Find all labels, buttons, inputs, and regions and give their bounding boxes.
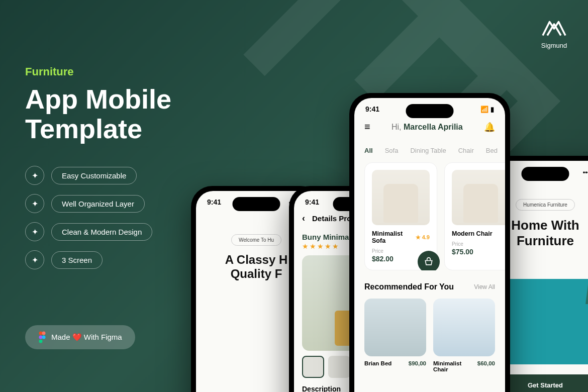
back-icon[interactable]: ‹ <box>302 213 305 224</box>
figma-badge: Made ❤️ With Figma <box>25 325 135 349</box>
svg-point-1 <box>42 332 46 335</box>
brand-pill: Humenica Furniture <box>516 199 575 211</box>
hero-title: App Mobile Template <box>25 84 171 144</box>
svg-point-4 <box>39 340 43 343</box>
rec-name: Brian Bed <box>364 360 391 366</box>
tab-sofa[interactable]: Sofa <box>385 147 399 154</box>
feature-item: ✦ Well Organized Layer <box>25 194 152 213</box>
product-name: Modern Chair <box>452 230 493 237</box>
add-to-cart-button[interactable] <box>418 251 440 270</box>
sparkle-icon: ✦ <box>25 194 44 213</box>
brand-name: Sigmund <box>540 42 568 49</box>
product-card[interactable]: Modern Chair Price $75.00 <box>444 162 505 270</box>
rec-name: Minimalist Chair <box>433 360 477 372</box>
phone-mockup-home: 9:41 📶 ▮ ≡ Hi, Marcella Aprilia 🔔 All So… <box>349 93 510 392</box>
thumbnail[interactable] <box>302 356 324 378</box>
details-title: Details Pro <box>312 214 351 223</box>
feature-label: Easy Customizable <box>51 167 137 184</box>
feature-label: Clean & Modern Design <box>51 223 152 241</box>
product-image <box>452 170 505 225</box>
menu-icon[interactable]: ≡ <box>364 121 370 133</box>
sparkle-icon: ✦ <box>25 250 44 269</box>
welcome-pill: Welcome To Hu <box>231 234 281 246</box>
tab-dining[interactable]: Dining Table <box>410 147 446 154</box>
basket-icon <box>424 257 434 267</box>
figma-icon <box>38 331 46 343</box>
svg-point-0 <box>39 332 43 335</box>
hero-text: Furniture App Mobile Template <box>25 65 171 144</box>
figma-badge-text: Made ❤️ With Figma <box>51 333 122 342</box>
bell-icon[interactable]: 🔔 <box>484 122 495 133</box>
svg-point-3 <box>42 336 46 339</box>
sparkle-icon: ✦ <box>25 222 44 241</box>
rec-price: $90,00 <box>409 360 426 366</box>
sparkle-icon: ✦ <box>25 166 44 185</box>
product-card[interactable]: Minimalist Sofa ★ 4.9 Price $82.00 <box>364 162 437 270</box>
svg-point-2 <box>39 336 43 339</box>
category-tabs: All Sofa Dining Table Chair Bed Wardr <box>354 142 505 162</box>
rec-price: $60,00 <box>477 360 495 372</box>
product-rating: ★ 4.9 <box>416 234 430 241</box>
recommendation-card[interactable]: Brian Bed $90,00 <box>364 299 426 372</box>
section-title: Recommended For You <box>364 282 454 291</box>
feature-list: ✦ Easy Customizable ✦ Well Organized Lay… <box>25 166 152 278</box>
product-image <box>372 170 430 225</box>
logo-icon <box>540 15 568 38</box>
feature-item: ✦ 3 Screen <box>25 250 152 269</box>
product-price: $75.00 <box>452 248 505 256</box>
thumbnail[interactable] <box>328 356 350 378</box>
feature-label: 3 Screen <box>51 251 103 269</box>
rec-image <box>433 299 495 356</box>
feature-item: ✦ Clean & Modern Design <box>25 222 152 241</box>
hero-subtitle: Furniture <box>25 65 171 78</box>
brand-logo: Sigmund <box>540 15 568 49</box>
feature-item: ✦ Easy Customizable <box>25 166 152 185</box>
tab-chair[interactable]: Chair <box>458 147 474 154</box>
status-time: 9:41 <box>365 105 379 113</box>
status-icons: 📶 ▮ <box>480 106 494 113</box>
product-name: Minimalist Sofa <box>372 230 416 244</box>
rec-image <box>364 299 426 356</box>
greeting: Hi, Marcella Aprilia <box>391 123 463 132</box>
recommendation-card[interactable]: Minimalist Chair $60,00 <box>433 299 495 372</box>
view-all-link[interactable]: View All <box>474 283 495 290</box>
feature-label: Well Organized Layer <box>51 195 145 213</box>
tab-bed[interactable]: Bed <box>486 147 498 154</box>
price-label: Price <box>452 241 505 247</box>
tab-all[interactable]: All <box>364 147 373 154</box>
